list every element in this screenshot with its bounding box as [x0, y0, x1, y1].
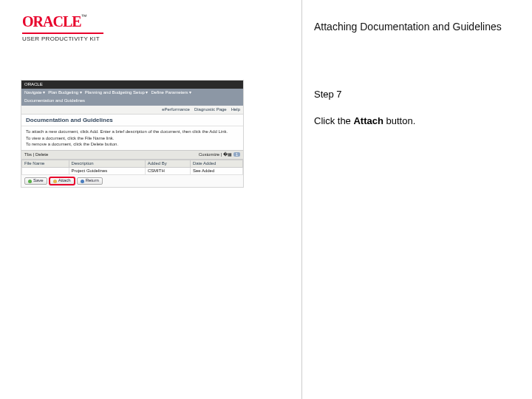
save-icon — [28, 180, 32, 183]
util-diag[interactable]: Diagnostic Page — [194, 107, 227, 112]
app-topbar: ORACLE — [21, 81, 243, 89]
oracle-logo: ORACLE — [22, 13, 81, 30]
brand-subtitle: USER PRODUCTIVITY KIT — [22, 35, 103, 42]
help-line-0: To attach a new document, click Add. Ent… — [26, 129, 239, 134]
return-button[interactable]: Return — [77, 177, 103, 184]
util-eperf[interactable]: ePerformance — [162, 107, 190, 112]
help-line-1: To view a document, click the File Name … — [26, 136, 239, 141]
col-by[interactable]: Added By — [145, 160, 190, 168]
brand-block: ORACLE™ USER PRODUCTIVITY KIT — [22, 13, 103, 42]
return-icon — [81, 180, 84, 183]
paging-badge: 1 — [233, 152, 240, 157]
help-line-2: To remove a document, click the Delete b… — [26, 142, 239, 147]
cell-desc: Project Guidelines — [69, 168, 145, 175]
column-divider — [301, 0, 302, 399]
crumb-0[interactable]: Navigate ▾ — [24, 90, 45, 95]
embedded-screenshot: ORACLE Navigate ▾ Plan Budgeting ▾ Plann… — [21, 80, 244, 188]
app-util-links: ePerformance Diagnostic Page Help — [21, 106, 243, 115]
page-title: Attaching Documentation and Guidelines — [314, 21, 502, 33]
util-help[interactable]: Help — [231, 107, 240, 112]
trademark: ™ — [81, 13, 87, 20]
cell-by: CSMITH — [145, 168, 190, 175]
col-file[interactable]: File Name — [22, 160, 69, 168]
tbs-customize[interactable]: Customize | �▦ 1 — [199, 152, 240, 157]
cell-date: See Added — [190, 168, 242, 175]
crumb-1[interactable]: Plan Budgeting ▾ — [48, 90, 81, 95]
instruction-post: button. — [383, 115, 415, 126]
app-button-row: Save Attach Return — [21, 175, 243, 186]
app-menubar: Navigate ▾ Plan Budgeting ▾ Planning and… — [21, 89, 243, 105]
col-date[interactable]: Date Added — [190, 160, 242, 168]
step-label: Step 7 — [314, 89, 342, 100]
crumb-4[interactable]: Documentation and Guidelines — [24, 98, 85, 103]
crumb-3[interactable]: Define Parameters ▾ — [151, 90, 191, 95]
brand-rule — [22, 33, 103, 34]
col-desc[interactable]: Description — [69, 160, 145, 168]
app-page-title: Documentation and Guidelines — [21, 115, 243, 127]
table-toolbar: Tbs | Delete Customize | �▦ 1 — [21, 150, 243, 160]
save-button[interactable]: Save — [24, 177, 47, 184]
app-help-text: To attach a new document, click Add. Ent… — [21, 126, 243, 150]
attach-icon — [53, 180, 57, 183]
table-row: Project Guidelines CSMITH See Added — [22, 168, 243, 175]
cell-file[interactable] — [22, 168, 69, 175]
attach-button[interactable]: Attach — [50, 177, 75, 184]
documents-table: File Name Description Added By Date Adde… — [21, 160, 243, 175]
tbs-label[interactable]: Tbs | Delete — [24, 152, 48, 157]
crumb-2[interactable]: Planning and Budgeting Setup ▾ — [85, 90, 149, 95]
instruction-target: Attach — [353, 115, 383, 126]
instruction-text: Click the Attach button. — [314, 115, 415, 126]
instruction-pre: Click the — [314, 115, 353, 126]
